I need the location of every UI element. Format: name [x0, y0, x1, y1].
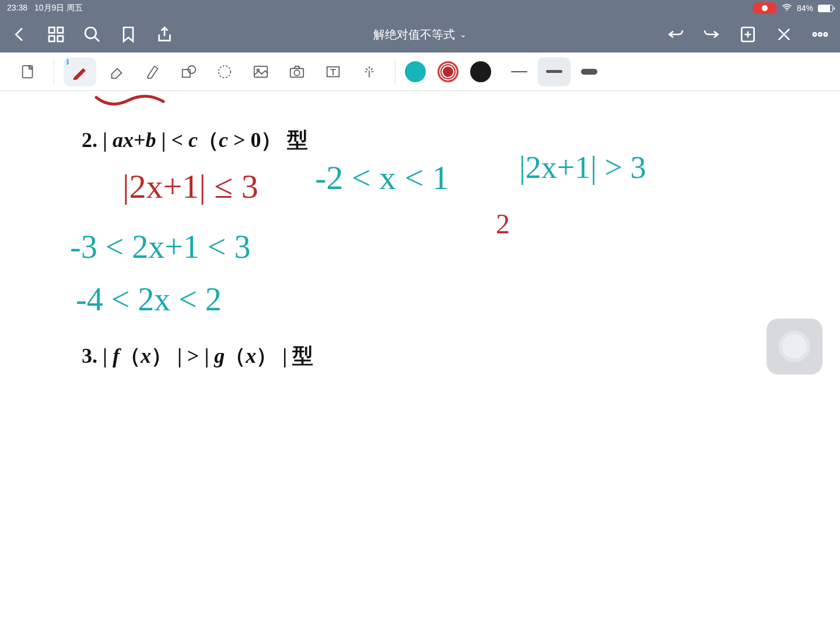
svg-point-7: [813, 33, 816, 36]
svg-point-0: [786, 9, 788, 10]
redo-button[interactable]: [702, 25, 721, 44]
status-date: 10月9日 周五: [34, 3, 83, 13]
bookmark-button[interactable]: [119, 25, 138, 44]
handwriting-teal-4: -4 < 2x < 2: [76, 281, 222, 318]
color-red[interactable]: [438, 61, 459, 82]
share-button[interactable]: [155, 25, 174, 44]
ink-fragment: [93, 94, 222, 112]
undo-button[interactable]: [666, 25, 685, 44]
highlighter-tool[interactable]: [136, 57, 169, 86]
stroke-medium[interactable]: [538, 57, 570, 86]
battery-percent: 84%: [797, 4, 813, 13]
pen-tool[interactable]: ᛒ: [64, 57, 96, 86]
title-bar: 解绝对值不等式 ⌄: [0, 16, 840, 52]
status-bar: 23:38 10月9日 周五 84%: [0, 0, 840, 16]
lasso-tool[interactable]: [208, 57, 241, 86]
stroke-thick[interactable]: [573, 57, 606, 86]
image-tool[interactable]: [244, 57, 277, 86]
add-page-button[interactable]: [738, 25, 757, 44]
shape-tool[interactable]: [172, 57, 205, 86]
svg-rect-3: [49, 36, 54, 41]
document-title: 解绝对值不等式: [373, 27, 455, 43]
handwriting-teal-2: |2x+1| > 3: [519, 149, 646, 186]
camera-tool[interactable]: [281, 57, 313, 86]
more-button[interactable]: [811, 25, 830, 44]
bluetooth-icon: ᛒ: [66, 58, 70, 65]
svg-rect-11: [183, 69, 190, 77]
svg-rect-4: [58, 36, 63, 41]
handwriting-red-1: |2x+1| ≤ 3: [123, 167, 258, 206]
heading-2: 2. | ax+b | < c（c > 0） 型: [82, 126, 308, 155]
close-button[interactable]: [775, 25, 793, 44]
svg-point-17: [294, 70, 299, 75]
svg-rect-2: [58, 27, 63, 33]
stroke-thin[interactable]: [503, 57, 536, 86]
handwriting-teal-1: -2 < x < 1: [315, 158, 449, 197]
chevron-down-icon: ⌄: [460, 30, 467, 39]
svg-point-8: [818, 33, 821, 36]
document-title-dropdown[interactable]: 解绝对值不等式 ⌄: [373, 27, 467, 43]
eraser-tool[interactable]: [100, 57, 132, 86]
svg-point-13: [219, 65, 231, 78]
svg-rect-14: [254, 66, 268, 77]
handwriting-red-fragment: 2: [496, 208, 510, 240]
search-button[interactable]: [83, 25, 102, 44]
handwriting-teal-3: -3 < 2x+1 < 3: [70, 228, 250, 265]
toolbar: ᛒ: [0, 52, 840, 91]
battery-icon: [818, 5, 833, 12]
assistive-touch-button[interactable]: [766, 318, 822, 374]
drawing-canvas[interactable]: 2. | ax+b | < c（c > 0） 型 |2x+1| ≤ 3 -2 <…: [0, 91, 840, 630]
svg-rect-1: [49, 27, 54, 33]
grid-view-button[interactable]: [47, 25, 65, 44]
color-teal[interactable]: [405, 61, 426, 82]
svg-point-5: [85, 27, 96, 38]
status-time: 23:38: [7, 3, 27, 13]
wifi-icon: [782, 4, 792, 13]
svg-point-9: [824, 33, 827, 36]
laser-tool[interactable]: [353, 57, 386, 86]
page-tool[interactable]: [12, 57, 44, 86]
back-button[interactable]: [10, 25, 29, 44]
recording-indicator[interactable]: [752, 2, 777, 14]
color-black[interactable]: [470, 61, 491, 82]
heading-3: 3. | f（x） | > | g（x） | 型: [82, 342, 313, 370]
text-tool[interactable]: [317, 57, 349, 86]
